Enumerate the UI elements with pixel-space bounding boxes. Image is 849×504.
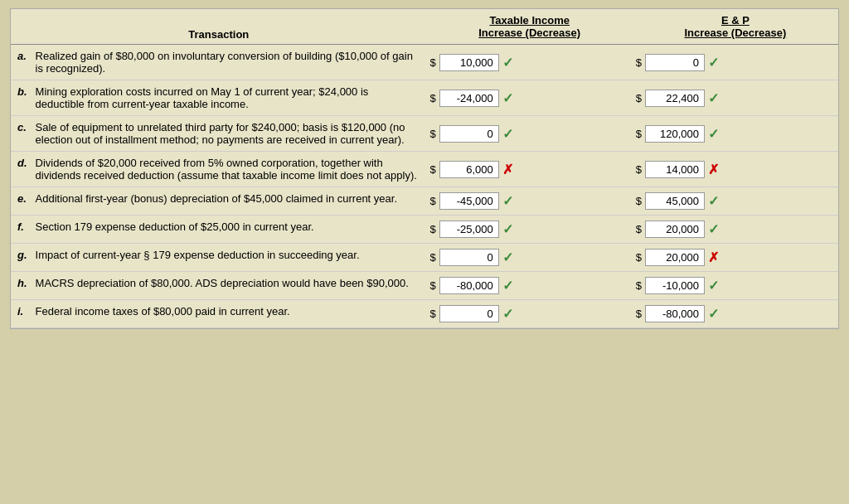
taxable-value-box[interactable]: -80,000 [439, 277, 499, 294]
row-description: Section 179 expense deduction of $25,000… [29, 216, 427, 244]
taxable-top-label: Taxable Income [434, 14, 626, 27]
dollar-sign: $ [636, 251, 642, 264]
taxable-value-cell: $6,000✗ [427, 152, 633, 187]
taxable-value-box[interactable]: -24,000 [439, 90, 499, 107]
taxable-value-cell: $-80,000✓ [427, 272, 633, 300]
table-row: g.Impact of current-year § 179 expense d… [11, 244, 838, 272]
dollar-sign: $ [430, 308, 436, 320]
table-row: i.Federal income taxes of $80,000 paid i… [11, 300, 838, 328]
x-mark: ✗ [708, 162, 719, 177]
ep-value-box[interactable]: 20,000 [645, 249, 705, 266]
check-mark: ✓ [502, 221, 513, 237]
ep-value-cell: $20,000✓ [633, 216, 838, 244]
table-row: d.Dividends of $20,000 received from 5% … [11, 152, 838, 187]
table-row: e.Additional first-year (bonus) deprecia… [11, 187, 838, 216]
ep-value-box[interactable]: 22,400 [645, 90, 705, 107]
taxable-value-cell: $-24,000✓ [427, 80, 633, 116]
table-row: a.Realized gain of $80,000 on involuntar… [11, 45, 838, 80]
check-mark: ✓ [502, 306, 513, 322]
ep-value-cell: $20,000✗ [633, 244, 838, 272]
table-row: f.Section 179 expense deduction of $25,0… [11, 216, 838, 244]
row-description: MACRS depreciation of $80,000. ADS depre… [29, 272, 427, 300]
taxable-value-box[interactable]: 0 [439, 125, 499, 143]
dollar-sign: $ [430, 279, 436, 292]
ep-value-cell: $120,000✓ [633, 116, 838, 152]
row-letter: e. [11, 187, 29, 216]
ep-value-cell: $45,000✓ [633, 187, 838, 216]
x-mark: ✗ [708, 250, 719, 265]
main-table-container: Transaction Taxable Income Increase (Dec… [10, 8, 839, 329]
dollar-sign: $ [636, 92, 642, 104]
dollar-sign: $ [636, 195, 642, 207]
row-letter: i. [11, 300, 29, 328]
check-mark: ✓ [502, 55, 513, 70]
row-description: Impact of current-year § 179 expense ded… [29, 244, 427, 272]
check-mark: ✓ [502, 90, 513, 106]
taxable-value-cell: $0✓ [427, 300, 633, 328]
table-row: h.MACRS depreciation of $80,000. ADS dep… [11, 272, 838, 300]
check-mark: ✓ [708, 126, 719, 142]
taxable-sub-label: Increase (Decrease) [434, 27, 626, 39]
ep-value-cell: $-80,000✓ [633, 300, 838, 328]
ep-value-box[interactable]: 20,000 [645, 220, 705, 238]
dollar-sign: $ [430, 251, 436, 264]
ep-value-cell: $0✓ [633, 45, 838, 80]
ep-sub-label: Increase (Decrease) [639, 27, 832, 39]
dollar-sign: $ [430, 92, 436, 104]
row-letter: d. [11, 152, 29, 187]
taxable-value-cell: $-25,000✓ [427, 216, 633, 244]
table-row: c.Sale of equipment to unrelated third p… [11, 116, 838, 152]
dollar-sign: $ [430, 223, 436, 235]
transaction-header: Transaction [11, 9, 427, 45]
dollar-sign: $ [636, 223, 642, 235]
dollar-sign: $ [430, 163, 436, 176]
check-mark: ✓ [708, 55, 719, 70]
row-letter: a. [11, 45, 29, 80]
row-description: Additional first-year (bonus) depreciati… [29, 187, 427, 216]
dollar-sign: $ [636, 56, 642, 69]
ep-value-cell: $-10,000✓ [633, 272, 838, 300]
check-mark: ✓ [708, 193, 719, 209]
ep-value-cell: $14,000✗ [633, 152, 838, 187]
row-description: Mining exploration costs incurred on May… [29, 80, 427, 116]
dollar-sign: $ [636, 308, 642, 320]
ep-value-box[interactable]: 45,000 [645, 192, 705, 210]
check-mark: ✓ [502, 193, 513, 209]
ep-value-box[interactable]: 0 [645, 54, 705, 71]
taxable-value-box[interactable]: -25,000 [439, 220, 499, 238]
ep-value-cell: $22,400✓ [633, 80, 838, 116]
ep-value-box[interactable]: -80,000 [645, 305, 705, 322]
row-letter: g. [11, 244, 29, 272]
transaction-label: Transaction [188, 28, 249, 41]
taxable-value-box[interactable]: 0 [439, 305, 499, 322]
taxable-value-box[interactable]: 10,000 [439, 54, 499, 71]
taxable-value-cell: $-45,000✓ [427, 187, 633, 216]
dollar-sign: $ [636, 279, 642, 292]
row-letter: h. [11, 272, 29, 300]
check-mark: ✓ [708, 278, 719, 293]
row-letter: f. [11, 216, 29, 244]
check-mark: ✓ [708, 90, 719, 106]
ep-value-box[interactable]: -10,000 [645, 277, 705, 294]
check-mark: ✓ [708, 221, 719, 237]
taxable-income-header: Taxable Income Increase (Decrease) [427, 9, 633, 45]
ep-top-label: E & P [639, 14, 832, 27]
row-letter: b. [11, 80, 29, 116]
taxable-value-box[interactable]: 0 [439, 249, 499, 266]
check-mark: ✓ [502, 126, 513, 142]
check-mark: ✓ [502, 250, 513, 265]
row-description: Federal income taxes of $80,000 paid in … [29, 300, 427, 328]
taxable-value-cell: $0✓ [427, 244, 633, 272]
row-description: Realized gain of $80,000 on involuntary … [29, 45, 427, 80]
table-row: b.Mining exploration costs incurred on M… [11, 80, 838, 116]
taxable-value-box[interactable]: 6,000 [439, 161, 499, 178]
ep-value-box[interactable]: 14,000 [645, 161, 705, 178]
x-mark: ✗ [502, 162, 513, 177]
taxable-value-cell: $0✓ [427, 116, 633, 152]
ep-value-box[interactable]: 120,000 [645, 125, 705, 143]
row-description: Dividends of $20,000 received from 5% ow… [29, 152, 427, 187]
check-mark: ✓ [708, 306, 719, 322]
dollar-sign: $ [430, 56, 436, 69]
taxable-value-box[interactable]: -45,000 [439, 192, 499, 210]
dollar-sign: $ [636, 128, 642, 140]
